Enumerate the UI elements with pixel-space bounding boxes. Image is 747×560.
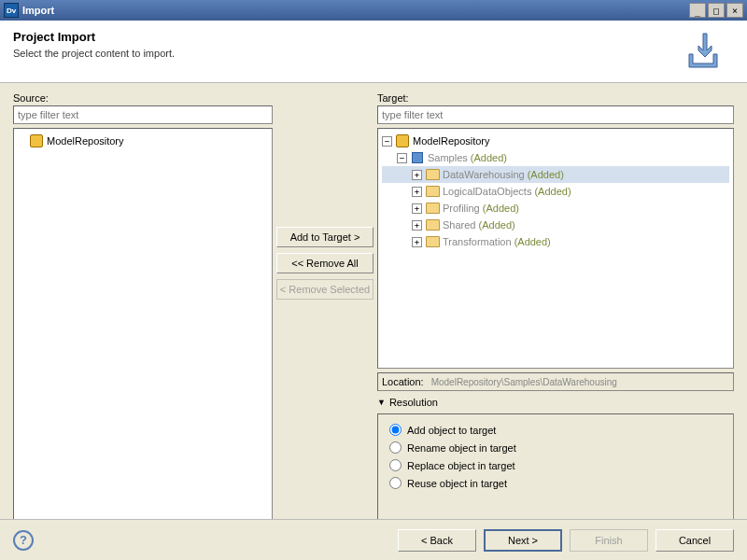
remove-all-button[interactable]: << Remove All bbox=[276, 253, 374, 273]
resolution-option-add[interactable]: Add object to target bbox=[389, 424, 722, 436]
app-icon: Dv bbox=[4, 3, 19, 18]
target-folder-node[interactable]: +LogicalDataObjects (Added) bbox=[382, 183, 729, 200]
finish-button: Finish bbox=[570, 529, 648, 552]
page-subtitle: Select the project content to import. bbox=[13, 48, 685, 59]
location-label: Location: bbox=[382, 376, 424, 387]
radio-rename-label: Rename object in target bbox=[407, 442, 516, 454]
target-filter-input[interactable] bbox=[377, 105, 734, 124]
location-value: ModelRepository\Samples\DataWarehousing bbox=[431, 377, 617, 387]
radio-add-label: Add object to target bbox=[407, 425, 496, 436]
target-label: Target: bbox=[377, 92, 734, 104]
folder-label: Shared bbox=[443, 219, 475, 231]
resolution-toggle[interactable]: ▼ Resolution bbox=[377, 397, 734, 408]
expand-icon[interactable]: + bbox=[412, 220, 422, 231]
expand-icon[interactable]: + bbox=[412, 187, 422, 197]
target-folder-node[interactable]: +Profiling (Added) bbox=[382, 200, 729, 217]
repository-icon bbox=[29, 134, 44, 147]
page-title: Project Import bbox=[13, 30, 685, 44]
wizard-footer: ? < Back Next > Finish Cancel bbox=[0, 519, 747, 560]
expand-icon[interactable]: + bbox=[412, 237, 422, 247]
close-button[interactable]: × bbox=[726, 3, 743, 18]
transfer-buttons: Add to Target > << Remove All < Remove S… bbox=[273, 92, 377, 524]
expand-icon[interactable]: + bbox=[412, 170, 422, 180]
target-panel: Target: − ModelRepository − Samples (Add… bbox=[377, 92, 734, 524]
expand-icon[interactable]: + bbox=[412, 203, 422, 214]
resolution-label: Resolution bbox=[389, 397, 438, 408]
folder-label: DataWarehousing bbox=[443, 169, 525, 180]
target-tree-root[interactable]: − ModelRepository bbox=[382, 133, 729, 149]
source-tree[interactable]: ModelRepository bbox=[13, 128, 273, 524]
collapse-icon[interactable]: − bbox=[397, 153, 407, 163]
folder-icon bbox=[425, 218, 440, 231]
import-icon bbox=[685, 30, 725, 69]
folder-icon bbox=[425, 185, 440, 198]
target-folder-node[interactable]: +DataWarehousing (Added) bbox=[382, 166, 729, 183]
target-folder-node[interactable]: +Shared (Added) bbox=[382, 217, 729, 233]
added-badge: (Added) bbox=[528, 169, 564, 180]
repository-icon bbox=[395, 134, 410, 147]
radio-rename[interactable] bbox=[389, 441, 402, 454]
cancel-button[interactable]: Cancel bbox=[655, 529, 734, 552]
source-filter-input[interactable] bbox=[13, 105, 273, 124]
help-button[interactable]: ? bbox=[13, 530, 34, 551]
location-bar: Location: ModelRepository\Samples\DataWa… bbox=[377, 372, 734, 391]
chevron-down-icon: ▼ bbox=[377, 398, 386, 407]
resolution-option-rename[interactable]: Rename object in target bbox=[389, 441, 722, 454]
source-panel: Source: ModelRepository bbox=[13, 92, 273, 524]
next-button[interactable]: Next > bbox=[484, 529, 562, 552]
maximize-button[interactable]: □ bbox=[708, 3, 725, 18]
added-badge: (Added) bbox=[479, 219, 515, 231]
added-badge: (Added) bbox=[471, 152, 507, 163]
window-title: Import bbox=[22, 5, 687, 16]
resolution-option-reuse[interactable]: Reuse object in target bbox=[389, 477, 722, 489]
samples-label: Samples bbox=[428, 152, 468, 163]
folder-label: Profiling bbox=[443, 203, 480, 214]
added-badge: (Added) bbox=[483, 203, 519, 214]
minimize-button[interactable]: _ bbox=[689, 3, 706, 18]
radio-replace[interactable] bbox=[389, 459, 402, 471]
folder-icon bbox=[425, 235, 440, 248]
back-button[interactable]: < Back bbox=[398, 529, 476, 552]
radio-add[interactable] bbox=[389, 424, 402, 436]
folder-label: Transformation bbox=[443, 236, 512, 247]
collapse-icon[interactable]: − bbox=[382, 136, 392, 147]
folder-icon bbox=[425, 202, 440, 215]
radio-reuse-label: Reuse object in target bbox=[407, 478, 507, 489]
folder-label: LogicalDataObjects bbox=[443, 186, 531, 197]
titlebar: Dv Import _ □ × bbox=[0, 0, 747, 21]
resolution-option-replace[interactable]: Replace object in target bbox=[389, 459, 722, 471]
samples-icon bbox=[410, 151, 425, 164]
add-to-target-button[interactable]: Add to Target > bbox=[276, 227, 374, 247]
target-samples-node[interactable]: − Samples (Added) bbox=[382, 149, 729, 166]
target-root-label: ModelRepository bbox=[413, 135, 490, 147]
target-folder-node[interactable]: +Transformation (Added) bbox=[382, 233, 729, 250]
added-badge: (Added) bbox=[534, 186, 571, 197]
source-root-label: ModelRepository bbox=[47, 135, 124, 147]
wizard-header: Project Import Select the project conten… bbox=[0, 21, 747, 83]
source-tree-root[interactable]: ModelRepository bbox=[18, 133, 268, 149]
radio-reuse[interactable] bbox=[389, 477, 402, 489]
added-badge: (Added) bbox=[514, 236, 551, 247]
source-label: Source: bbox=[13, 92, 273, 104]
main-content: Source: ModelRepository Add to Target > … bbox=[0, 83, 747, 524]
target-tree[interactable]: − ModelRepository − Samples (Added) +Dat… bbox=[377, 128, 734, 369]
resolution-panel: Add object to target Rename object in ta… bbox=[377, 413, 734, 524]
radio-replace-label: Replace object in target bbox=[407, 460, 515, 471]
remove-selected-button: < Remove Selected bbox=[276, 279, 374, 300]
folder-icon bbox=[425, 168, 440, 181]
